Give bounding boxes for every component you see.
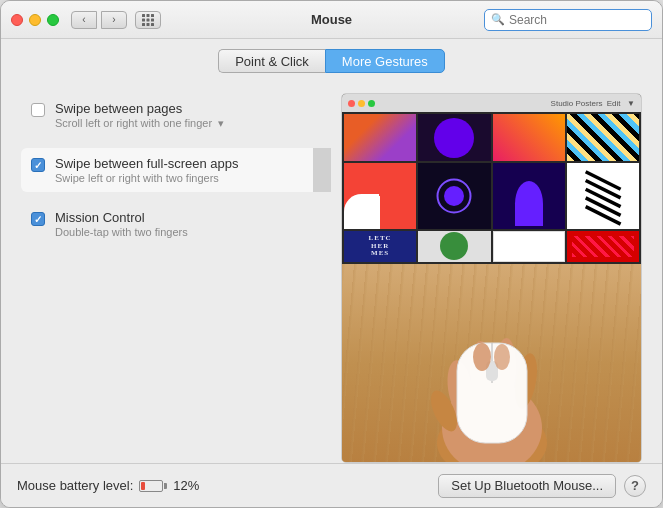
preview-panel: Studio Posters Edit ▼ (341, 93, 642, 463)
close-button[interactable] (11, 14, 23, 26)
maximize-button[interactable] (47, 14, 59, 26)
svg-rect-1 (147, 14, 150, 17)
battery-label: Mouse battery level: (17, 478, 133, 493)
back-button[interactable]: ‹ (71, 11, 97, 29)
option-swipe-pages: Swipe between pages Scroll left or right… (21, 93, 321, 138)
preview-cell-6 (418, 163, 490, 228)
bluetooth-button[interactable]: Set Up Bluetooth Mouse... (438, 474, 616, 498)
svg-rect-5 (151, 18, 154, 21)
preview-cell-12 (567, 231, 639, 262)
search-box[interactable]: 🔍 (484, 9, 652, 31)
preview-dot-min (358, 100, 365, 107)
battery-tip (164, 483, 167, 489)
option-subtitle-swipe-pages: Scroll left or right with one finger ▾ (55, 117, 224, 130)
svg-rect-4 (147, 18, 150, 21)
svg-point-27 (494, 344, 510, 370)
preview-dot-max (368, 100, 375, 107)
svg-rect-6 (142, 23, 145, 26)
checkbox-mission-control[interactable] (31, 212, 45, 226)
preview-cell-10 (418, 231, 490, 262)
option-title-swipe-pages: Swipe between pages (55, 101, 224, 116)
mouse-hand-svg (402, 264, 582, 462)
preview-cell-1 (344, 114, 416, 161)
preview-cell-4 (567, 114, 639, 161)
search-icon: 🔍 (491, 13, 505, 26)
preview-cell-7 (493, 163, 565, 228)
option-mission-control: Mission Control Double-tap with two fing… (21, 202, 321, 246)
battery-section: Mouse battery level: 12% (17, 478, 199, 493)
preview-cell-11 (493, 231, 565, 262)
battery-fill (141, 482, 145, 490)
checkbox-swipe-fullscreen[interactable] (31, 158, 45, 172)
battery-percent: 12% (173, 478, 199, 493)
nav-buttons: ‹ › (71, 11, 127, 29)
left-panel: Swipe between pages Scroll left or right… (21, 93, 321, 463)
footer-right: Set Up Bluetooth Mouse... ? (438, 474, 646, 498)
option-subtitle-swipe-fullscreen: Swipe left or right with two fingers (55, 172, 239, 184)
tab-bar: Point & Click More Gestures (1, 39, 662, 83)
svg-point-26 (473, 343, 491, 371)
svg-rect-0 (142, 14, 145, 17)
preview-cell-9: LETCHERMES (344, 231, 416, 262)
main-content: Swipe between pages Scroll left or right… (1, 83, 662, 463)
preview-wrapper: Studio Posters Edit ▼ (342, 94, 641, 462)
preview-topbar: Studio Posters Edit ▼ (342, 94, 641, 112)
tab-point-click[interactable]: Point & Click (218, 49, 325, 73)
preview-cell-5 (344, 163, 416, 228)
preview-dot-close (348, 100, 355, 107)
minimize-button[interactable] (29, 14, 41, 26)
battery-icon (139, 480, 167, 492)
search-input[interactable] (509, 13, 645, 27)
grid-button[interactable] (135, 11, 161, 29)
preview-action-text: Edit ▼ (607, 99, 635, 108)
preview-top: Studio Posters Edit ▼ (342, 94, 641, 264)
option-subtitle-mission-control: Double-tap with two fingers (55, 226, 188, 238)
preview-cell-3 (493, 114, 565, 161)
preview-cell-2 (418, 114, 490, 161)
help-button[interactable]: ? (624, 475, 646, 497)
option-swipe-fullscreen: Swipe between full-screen apps Swipe lef… (21, 148, 331, 192)
preview-title-text: Studio Posters (551, 99, 603, 108)
svg-rect-2 (151, 14, 154, 17)
footer: Mouse battery level: 12% Set Up Bluetoot… (1, 463, 662, 507)
tab-more-gestures[interactable]: More Gestures (325, 49, 445, 73)
battery-body (139, 480, 163, 492)
svg-rect-7 (147, 23, 150, 26)
preview-dots (348, 100, 375, 107)
window: ‹ › Mouse 🔍 Point & Click More Gesture (0, 0, 663, 508)
option-title-mission-control: Mission Control (55, 210, 188, 225)
svg-rect-3 (142, 18, 145, 21)
forward-button[interactable]: › (101, 11, 127, 29)
option-title-swipe-fullscreen: Swipe between full-screen apps (55, 156, 239, 171)
traffic-lights (11, 14, 59, 26)
svg-rect-8 (151, 23, 154, 26)
preview-cell-8 (567, 163, 639, 228)
preview-mouse-area (342, 264, 641, 462)
window-title: Mouse (311, 12, 352, 27)
checkbox-swipe-pages[interactable] (31, 103, 45, 117)
titlebar: ‹ › Mouse 🔍 (1, 1, 662, 39)
